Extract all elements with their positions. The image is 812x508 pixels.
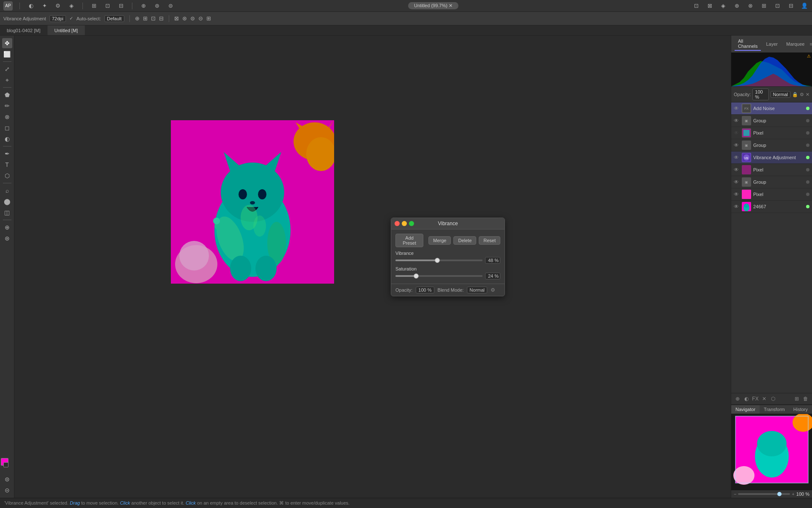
layer-item[interactable]: 👁 Pixel [731, 164, 812, 176]
reset-button[interactable]: Reset [479, 236, 500, 245]
menu-icon-14[interactable]: ⊕ [732, 2, 741, 10]
vibrance-value[interactable]: 48 % [485, 257, 500, 264]
new-layer-icon[interactable]: ⊞ [793, 395, 801, 403]
align-icon-1[interactable]: ⊕ [135, 15, 140, 22]
align-icon-3[interactable]: ⊡ [151, 15, 156, 22]
close-button[interactable] [395, 221, 400, 226]
tab-marquee[interactable]: Marquee [783, 40, 808, 48]
tab-untitled[interactable]: Untitled [M] [48, 25, 85, 35]
app-logo[interactable]: AP [3, 1, 13, 11]
visibility-icon[interactable]: 👁 [734, 105, 740, 111]
zoom-out-icon[interactable]: − [734, 491, 736, 497]
menu-icon-13[interactable]: ◈ [719, 2, 727, 10]
transform-icon-2[interactable]: ⊛ [182, 15, 187, 22]
tool-shape[interactable]: ⬡ [2, 171, 12, 181]
zoom-thumb[interactable] [777, 492, 782, 496]
add-adjustment-icon[interactable]: ◐ [743, 395, 750, 403]
vibrance-thumb[interactable] [435, 258, 440, 263]
delete-button[interactable]: Delete [453, 236, 476, 245]
layer-item[interactable]: 👁 FX Add Noise [731, 102, 812, 115]
vibrance-track[interactable] [395, 260, 483, 261]
visibility-icon[interactable]: 👁 [734, 142, 740, 148]
menu-icon-4[interactable]: ◈ [67, 2, 76, 10]
visibility-icon[interactable]: 👁 [734, 130, 740, 136]
visibility-icon[interactable]: 👁 [734, 179, 740, 185]
tool-zoom[interactable]: ⌕ [2, 185, 12, 196]
menu-icon-15[interactable]: ⊗ [746, 2, 754, 10]
blend-mode-dropdown[interactable]: Normal [467, 287, 487, 293]
opacity-footer-value[interactable]: 100 % [416, 287, 434, 293]
tab-navigator[interactable]: Navigator [731, 405, 760, 414]
menu-icon-5[interactable]: ⊞ [90, 2, 98, 10]
tool-crop[interactable]: ⤢ [2, 64, 12, 74]
menu-icon-3[interactable]: ⚙ [54, 2, 62, 10]
tab-history[interactable]: History [789, 405, 812, 414]
layer-item[interactable]: 👁 ▣ Group [731, 176, 812, 188]
window-controls[interactable]: ⊡ [692, 2, 700, 10]
tool-bottom-2[interactable]: ⊝ [2, 485, 12, 495]
add-preset-button[interactable]: Add Preset [395, 234, 423, 247]
saturation-track[interactable] [395, 275, 483, 277]
add-mask-icon[interactable]: ⊕ [734, 395, 741, 403]
delete-icon[interactable]: ✕ [760, 395, 768, 403]
histogram-expand[interactable]: ≡ [809, 41, 812, 47]
minimize-button[interactable] [402, 221, 407, 226]
fx-icon[interactable]: FX [752, 395, 759, 403]
tab-transform[interactable]: Transform [760, 405, 789, 414]
menu-icon-7[interactable]: ⊟ [117, 2, 125, 10]
layer-item[interactable]: 👁 ▣ Group [731, 115, 812, 127]
visibility-icon[interactable]: 👁 [734, 118, 740, 124]
user-icon[interactable]: 👤 [800, 2, 809, 10]
visibility-icon[interactable]: 👁 [734, 155, 740, 160]
transform-icon-1[interactable]: ⊠ [174, 15, 179, 22]
tool-dodge[interactable]: ◐ [2, 134, 12, 144]
tool-brush[interactable]: ✏ [2, 101, 12, 111]
menu-icon-18[interactable]: ⊟ [787, 2, 795, 10]
zoom-slider[interactable] [738, 493, 790, 495]
settings-icon[interactable]: ⚙ [800, 92, 804, 97]
background-color[interactable] [3, 462, 8, 467]
menu-icon-10[interactable]: ⊜ [166, 2, 175, 10]
tab-all-channels[interactable]: All Channels [735, 37, 761, 51]
tab-layer[interactable]: Layer [763, 40, 781, 48]
opacity-value[interactable]: 100 % [752, 88, 768, 100]
menu-icon-2[interactable]: ✦ [40, 2, 49, 10]
group-icon[interactable]: ⬡ [769, 395, 777, 403]
menu-icon-17[interactable]: ⊡ [773, 2, 782, 10]
layer-item-24667[interactable]: 👁 24667 [731, 201, 812, 213]
layer-item[interactable]: 👁 Pixel [731, 188, 812, 201]
visibility-icon[interactable]: 👁 [734, 191, 740, 197]
zoom-in-icon[interactable]: + [792, 491, 794, 497]
zoom-value[interactable]: 100 % [796, 491, 809, 497]
trash-icon[interactable]: 🗑 [802, 395, 809, 403]
blend-mode-select[interactable]: Normal [771, 91, 790, 98]
tab-blog[interactable]: blog01-0402 [M] [0, 25, 48, 35]
tool-eraser[interactable]: ◻ [2, 123, 12, 133]
tool-gradient[interactable]: ◫ [2, 207, 12, 218]
tool-move[interactable]: ✥ [2, 38, 12, 48]
lock-icon[interactable]: 🔒 [792, 92, 798, 97]
tool-extra-2[interactable]: ⊛ [2, 233, 12, 243]
menu-icon-6[interactable]: ⊡ [103, 2, 112, 10]
align-icon-4[interactable]: ⊟ [159, 15, 164, 22]
tool-clone[interactable]: ⊗ [2, 112, 12, 122]
saturation-thumb[interactable] [414, 273, 419, 279]
layer-item[interactable]: 👁 Pixel [731, 127, 812, 139]
tool-lasso[interactable]: ⌖ [2, 75, 12, 85]
menu-icon-1[interactable]: ◐ [27, 2, 35, 10]
menu-icon-8[interactable]: ⊕ [139, 2, 148, 10]
tool-pen[interactable]: ✒ [2, 149, 12, 159]
tool-extra-1[interactable]: ⊕ [2, 222, 12, 232]
tool-bottom-1[interactable]: ⊜ [2, 474, 12, 484]
align-icon-2[interactable]: ⊞ [143, 15, 148, 22]
panel-gear-icon[interactable]: ⚙ [491, 287, 495, 293]
tool-select[interactable]: ⬜ [2, 49, 12, 59]
menu-icon-12[interactable]: ⊠ [705, 2, 714, 10]
visibility-icon[interactable]: 👁 [734, 204, 740, 210]
merge-button[interactable]: Merge [428, 236, 451, 245]
dpi-value[interactable]: 72dpi [49, 15, 66, 22]
delete-layer-icon[interactable]: ✕ [806, 92, 809, 97]
visibility-icon[interactable]: 👁 [734, 167, 740, 173]
saturation-value[interactable]: 24 % [485, 273, 500, 279]
layer-item[interactable]: 👁 ▣ Group [731, 139, 812, 152]
